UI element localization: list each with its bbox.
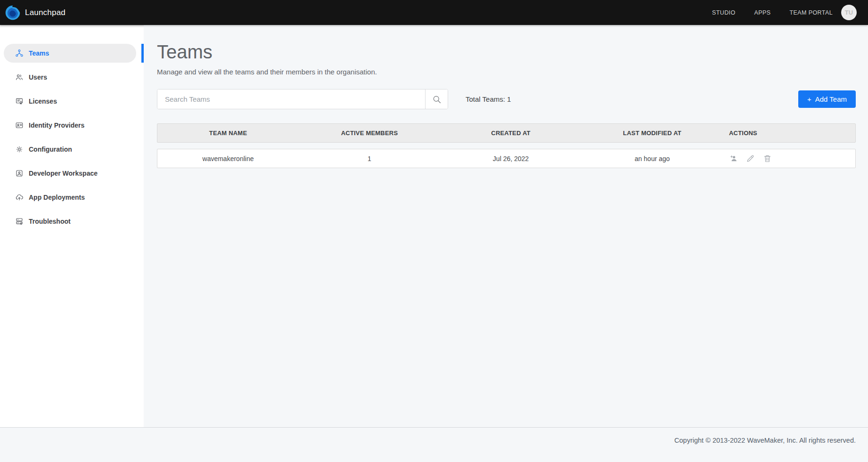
- nav-link-team-portal[interactable]: TEAM PORTAL: [790, 9, 833, 16]
- delete-team-button[interactable]: [763, 154, 772, 163]
- page-subtitle: Manage and view all the teams and their …: [157, 68, 856, 76]
- column-header-active-members: ACTIVE MEMBERS: [299, 130, 440, 137]
- page-title: Teams: [157, 41, 856, 62]
- search-icon: [432, 95, 442, 104]
- top-nav: STUDIO APPS TEAM PORTAL TU: [693, 5, 857, 20]
- sidebar-item-label: Configuration: [29, 146, 72, 153]
- sidebar-item-licenses[interactable]: Licenses: [0, 92, 144, 111]
- copyright-text: Copyright © 2013-2022 WaveMaker, Inc. Al…: [674, 437, 856, 444]
- sidebar-item-label: App Deployments: [29, 194, 85, 201]
- pencil-icon: [746, 154, 755, 163]
- sidebar-item-label: Identity Providers: [29, 122, 84, 129]
- app-deployments-icon: [15, 193, 24, 202]
- row-actions: [723, 154, 855, 163]
- sidebar-item-label: Troubleshoot: [29, 218, 71, 225]
- sidebar-item-label: Users: [29, 73, 47, 81]
- column-header-created-at: CREATED AT: [440, 130, 581, 137]
- nav-link-studio[interactable]: STUDIO: [712, 9, 736, 16]
- trash-icon: [763, 154, 772, 163]
- column-header-team-name: TEAM NAME: [157, 130, 299, 137]
- plus-icon: +: [807, 95, 811, 103]
- sidebar-item-developer-workspace[interactable]: Developer Workspace: [0, 164, 144, 183]
- users-icon: [15, 73, 24, 81]
- sidebar-item-troubleshoot[interactable]: Troubleshoot: [0, 212, 144, 231]
- toolbar: Total Teams: 1 + Add Team: [157, 89, 856, 109]
- sidebar: Teams Users Licenses Identity Providers: [0, 25, 144, 427]
- add-member-button[interactable]: [729, 154, 738, 163]
- sidebar-item-label: Licenses: [29, 97, 57, 105]
- licenses-icon: [15, 97, 24, 105]
- main-content: Teams Manage and view all the teams and …: [144, 25, 868, 427]
- search-button[interactable]: [425, 89, 448, 109]
- sidebar-item-teams[interactable]: Teams: [0, 44, 144, 63]
- troubleshoot-icon: [15, 217, 24, 226]
- column-header-actions: ACTIONS: [723, 130, 855, 137]
- person-add-icon: [729, 154, 738, 163]
- add-team-label: Add Team: [815, 95, 847, 103]
- user-avatar[interactable]: TU: [841, 5, 857, 20]
- active-members-cell: 1: [299, 155, 440, 162]
- sidebar-item-label: Teams: [29, 49, 49, 57]
- sidebar-item-configuration[interactable]: Configuration: [0, 140, 144, 159]
- wavemaker-logo-icon: [5, 5, 21, 21]
- brand[interactable]: Launchpad: [5, 5, 66, 21]
- sidebar-item-label: Developer Workspace: [29, 170, 98, 177]
- table-row: wavemakeronline 1 Jul 26, 2022 an hour a…: [157, 149, 856, 168]
- app-title: Launchpad: [25, 8, 66, 17]
- created-at-cell: Jul 26, 2022: [440, 155, 581, 162]
- content-wrapper: Teams Users Licenses Identity Providers: [0, 25, 868, 427]
- developer-workspace-icon: [15, 169, 24, 178]
- search-input[interactable]: [157, 89, 425, 109]
- sidebar-item-identity-providers[interactable]: Identity Providers: [0, 116, 144, 135]
- edit-team-button[interactable]: [746, 154, 755, 163]
- teams-table: TEAM NAME ACTIVE MEMBERS CREATED AT LAST…: [157, 123, 856, 168]
- footer: Copyright © 2013-2022 WaveMaker, Inc. Al…: [0, 427, 868, 462]
- team-name-cell: wavemakeronline: [157, 155, 299, 162]
- sidebar-item-app-deployments[interactable]: App Deployments: [0, 188, 144, 207]
- column-header-last-modified-at: LAST MODIFIED AT: [581, 130, 723, 137]
- table-header-row: TEAM NAME ACTIVE MEMBERS CREATED AT LAST…: [157, 123, 856, 143]
- total-teams-label: Total Teams: 1: [466, 95, 511, 103]
- sidebar-item-users[interactable]: Users: [0, 68, 144, 87]
- teams-icon: [15, 49, 24, 57]
- last-modified-at-cell: an hour ago: [581, 155, 723, 162]
- configuration-icon: [15, 145, 24, 154]
- add-team-button[interactable]: + Add Team: [798, 90, 856, 108]
- nav-link-apps[interactable]: APPS: [754, 9, 771, 16]
- search-group: [157, 89, 448, 109]
- top-header-bar: Launchpad STUDIO APPS TEAM PORTAL TU: [0, 0, 868, 25]
- page: Launchpad STUDIO APPS TEAM PORTAL TU Tea…: [0, 0, 868, 462]
- identity-providers-icon: [15, 121, 24, 130]
